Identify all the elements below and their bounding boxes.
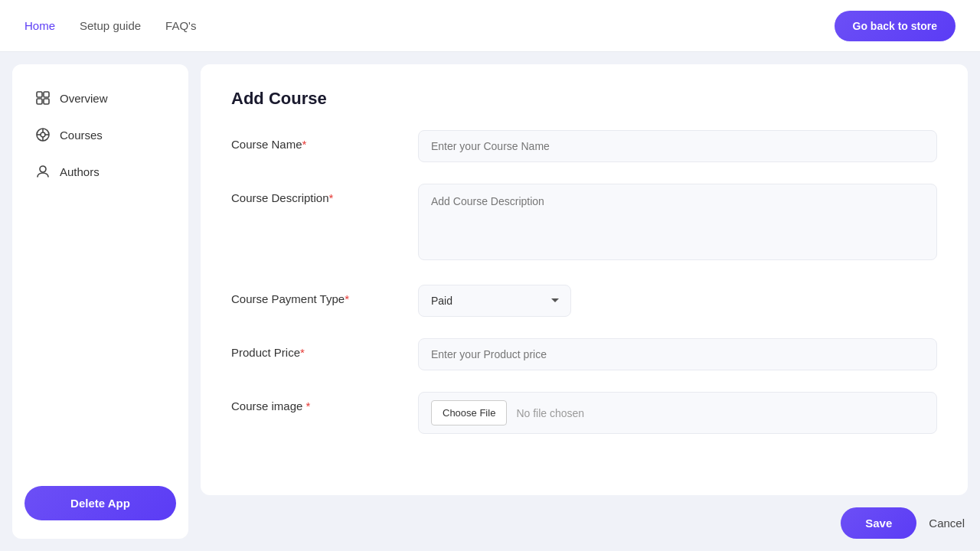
save-button[interactable]: Save — [841, 507, 916, 539]
form-card: Add Course Course Name* Course Descripti… — [201, 64, 968, 495]
svg-rect-2 — [37, 99, 42, 104]
course-payment-type-row: Course Payment Type* Free Paid — [231, 285, 937, 317]
svg-point-10 — [40, 166, 46, 172]
sidebar-authors-label: Authors — [60, 165, 100, 178]
go-back-button[interactable]: Go back to store — [835, 11, 956, 41]
courses-icon — [35, 127, 51, 142]
course-name-control — [418, 130, 937, 162]
course-name-input[interactable] — [418, 130, 937, 162]
sidebar: Overview Courses — [12, 64, 188, 539]
course-payment-type-select[interactable]: Free Paid — [418, 285, 571, 317]
course-description-row: Course Description* — [231, 184, 937, 263]
nav-links: Home Setup guide FAQ's — [24, 19, 196, 32]
sidebar-overview-label: Overview — [60, 92, 108, 105]
course-payment-type-control: Free Paid — [418, 285, 937, 317]
svg-rect-1 — [44, 92, 49, 97]
main-layout: Overview Courses — [0, 52, 980, 551]
course-name-label: Course Name* — [231, 130, 400, 151]
svg-rect-3 — [44, 99, 49, 104]
required-star-4: * — [300, 346, 305, 359]
nav-setup-guide[interactable]: Setup guide — [80, 19, 141, 32]
course-name-row: Course Name* — [231, 130, 937, 162]
nav-faqs[interactable]: FAQ's — [165, 19, 196, 32]
product-price-input[interactable] — [418, 338, 937, 370]
required-star-3: * — [345, 292, 349, 305]
sidebar-item-authors[interactable]: Authors — [24, 156, 176, 187]
file-placeholder-label: No file chosen — [516, 407, 584, 419]
overview-icon — [35, 90, 51, 106]
course-image-row: Course image * Choose File No file chose… — [231, 392, 937, 434]
choose-file-button[interactable]: Choose File — [431, 400, 507, 425]
authors-icon — [35, 164, 51, 179]
course-description-control — [418, 184, 937, 263]
cancel-button[interactable]: Cancel — [929, 517, 965, 530]
content-area: Add Course Course Name* Course Descripti… — [201, 64, 968, 539]
sidebar-item-overview[interactable]: Overview — [24, 83, 176, 113]
file-input-wrapper: Choose File No file chosen — [418, 392, 937, 434]
svg-point-5 — [41, 132, 45, 137]
sidebar-item-courses[interactable]: Courses — [24, 119, 176, 150]
course-image-control: Choose File No file chosen — [418, 392, 937, 434]
product-price-row: Product Price* — [231, 338, 937, 370]
course-description-input[interactable] — [418, 184, 937, 260]
page-title: Add Course — [231, 89, 937, 109]
svg-rect-0 — [37, 92, 42, 97]
topnav: Home Setup guide FAQ's Go back to store — [0, 0, 980, 52]
required-star-2: * — [329, 191, 334, 204]
delete-app-button[interactable]: Delete App — [24, 486, 176, 520]
course-image-label: Course image * — [231, 392, 400, 412]
course-description-label: Course Description* — [231, 184, 400, 204]
footer-actions: Save Cancel — [201, 507, 968, 539]
product-price-control — [418, 338, 937, 370]
nav-home[interactable]: Home — [24, 19, 55, 32]
product-price-label: Product Price* — [231, 338, 400, 359]
required-star: * — [302, 138, 307, 151]
course-payment-type-label: Course Payment Type* — [231, 285, 400, 305]
sidebar-courses-label: Courses — [60, 129, 103, 142]
required-star-5: * — [306, 399, 311, 412]
